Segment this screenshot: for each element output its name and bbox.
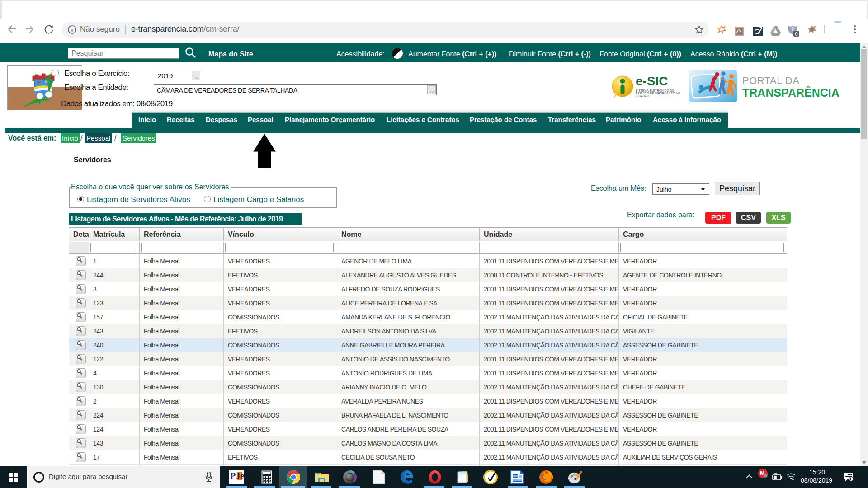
svg-text:0: 0: [795, 31, 797, 37]
